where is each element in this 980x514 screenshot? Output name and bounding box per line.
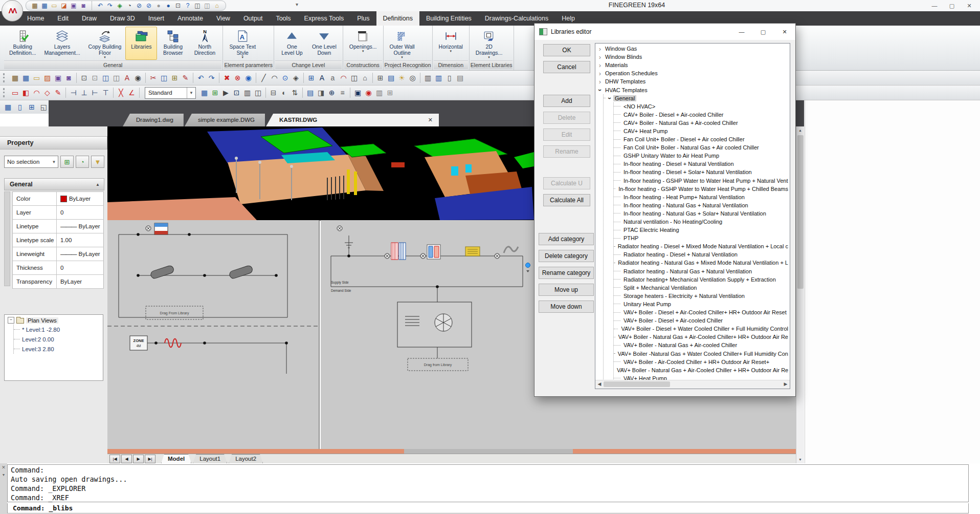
menu-tab-express-tools[interactable]: Express Tools bbox=[298, 11, 351, 26]
cut-icon[interactable]: ✂ bbox=[148, 73, 159, 83]
delete-red-icon[interactable]: ╳ bbox=[116, 88, 126, 98]
paste-icon[interactable]: ⊞ bbox=[169, 73, 180, 83]
layout-nav-0[interactable]: |◀ bbox=[109, 455, 120, 463]
tree-item-unitary-heat-pump[interactable]: Unitary Heat Pump bbox=[614, 300, 790, 308]
new-file-icon[interactable]: ▭ bbox=[31, 73, 42, 83]
qa-folder-icon[interactable]: ◫ bbox=[194, 3, 201, 9]
menu-tab-annotate[interactable]: Annotate bbox=[171, 11, 210, 26]
text-style-combo[interactable]: Standard▼ bbox=[145, 87, 196, 99]
qa-saveas-icon[interactable]: ◙ bbox=[80, 3, 87, 9]
tree-item-cav-boiler-natural-gas-air-cooled-chiller[interactable]: CAV+ Boiler - Natural Gas + Air-cooled C… bbox=[614, 119, 790, 127]
quick-access-overflow-icon[interactable]: ▾ bbox=[296, 2, 298, 7]
dim-right-icon[interactable]: ⊢ bbox=[90, 88, 100, 98]
calculate-all-button[interactable]: Calculate All bbox=[543, 194, 590, 206]
tree-item-vav-boiler-natural-gas-water-cooled-chiller-full-humidity-con[interactable]: VAV+ Boiler -Natural Gas + Water Cooled … bbox=[614, 349, 790, 357]
layers-green-icon[interactable]: ⊞ bbox=[210, 88, 220, 98]
menu-tab-definitions[interactable]: Definitions bbox=[376, 11, 419, 26]
ribbon-button-copy-building-floor[interactable]: Copy BuildingFloor▾ bbox=[84, 27, 126, 60]
filter-icon[interactable]: ▼ bbox=[91, 156, 104, 168]
tree-item-vav-boiler-natural-gas-air-cooled-chiller[interactable]: VAV+ Boiler - Natural Gas + Air-cooled C… bbox=[614, 341, 790, 349]
property-value[interactable]: ByLayer bbox=[57, 192, 104, 205]
scrollbar-thumb[interactable] bbox=[797, 135, 804, 289]
camera-icon[interactable]: ◫ bbox=[349, 73, 360, 83]
plan-views-root[interactable]: − Plan Views bbox=[8, 317, 103, 324]
shade-icon[interactable]: ◨ bbox=[316, 88, 326, 98]
tree-item-in-floor-heating-heat-pump-natural-ventilation[interactable]: In-floor heating - Heat Pump+ Natural Ve… bbox=[614, 193, 790, 201]
tree-item-radiator-heating-diesel-mixed-mode-natural-ventilation-local-c[interactable]: Radiator heating - Diesel + Mixed Mode N… bbox=[614, 242, 790, 250]
swap-icon[interactable]: ⇅ bbox=[289, 88, 300, 98]
minimize-icon[interactable]: — bbox=[926, 0, 943, 11]
ribbon-button-one-level-up[interactable]: OneLevel Up bbox=[276, 27, 308, 60]
angle-icon[interactable]: ∠ bbox=[126, 88, 137, 98]
chevron-down-icon[interactable]: ▾ bbox=[362, 50, 364, 53]
dim-left-icon[interactable]: ⊣ bbox=[68, 88, 79, 98]
table-icon[interactable]: ⊞ bbox=[375, 73, 386, 83]
chevron-down-icon[interactable]: ▾ bbox=[450, 50, 452, 53]
tree-item-pthp[interactable]: PTHP bbox=[614, 234, 790, 242]
tree-item-vav-boiler-diesel-air-cooled-chiller[interactable]: VAV+ Boiler - Diesel + Air-cooled Chille… bbox=[614, 316, 790, 325]
qa-open-icon[interactable]: ◪ bbox=[60, 3, 68, 9]
close-icon[interactable]: ✕ bbox=[0, 465, 7, 470]
sheet-icon[interactable]: ▤ bbox=[386, 73, 396, 83]
scroll-up-icon[interactable]: ▲ bbox=[796, 126, 804, 134]
block-tool-icon[interactable]: ◱ bbox=[39, 102, 49, 113]
tree-item-fan-coil-unit-boiler-diesel-air-cooled-chiller[interactable]: Fan Coil Unit+ Boiler - Diesel + Air coo… bbox=[614, 135, 790, 143]
tree-item-in-floor-heating-gshp-water-to-water-heat-pump-natural-vent[interactable]: In-floor heating - GSHP Water to Water H… bbox=[614, 177, 790, 185]
menu-tab-view[interactable]: View bbox=[210, 11, 237, 26]
arrow-icon[interactable]: ▶ bbox=[220, 88, 231, 98]
qa-zoom-clock-icon[interactable]: ◔ bbox=[126, 3, 133, 9]
qa-new-icon[interactable]: ▭ bbox=[51, 3, 58, 9]
color-swatch[interactable] bbox=[60, 196, 67, 202]
scroll-left-icon[interactable]: ◀ bbox=[595, 380, 604, 388]
ribbon-button-one-level-down[interactable]: One LevelDown bbox=[308, 27, 341, 60]
ribbon-button-openings[interactable]: Openings...▾ bbox=[345, 27, 381, 60]
ribbon-button-layers-management[interactable]: LayersManagement... bbox=[40, 27, 84, 60]
tree-item-window-gas[interactable]: ›Window Gas bbox=[596, 45, 790, 53]
command-input[interactable]: Command: _blibs bbox=[7, 503, 969, 513]
rect-icon[interactable]: ▭ bbox=[10, 88, 20, 98]
menu-tab-home[interactable]: Home bbox=[20, 11, 51, 26]
quick-select-icon[interactable]: ◔ bbox=[76, 156, 89, 168]
pan-icon[interactable]: ◈ bbox=[291, 73, 301, 83]
property-section-general[interactable]: General▲ bbox=[4, 178, 104, 190]
chevron-down-icon[interactable]: ▾ bbox=[401, 56, 403, 59]
qa-redo-icon[interactable]: ↷ bbox=[106, 3, 114, 9]
ribbon-button-building-browser[interactable]: BuildingBrowser bbox=[157, 27, 189, 60]
bld-new-icon[interactable]: ▦ bbox=[10, 73, 20, 83]
layout-tab-layout2[interactable]: Layout2 bbox=[229, 454, 263, 463]
tree-item-vav-boiler-diesel-air-cooled-chiller-hr-outdoor-air-reset[interactable]: VAV+ Boiler - Diesel + Air-Cooled Chille… bbox=[614, 308, 790, 316]
menu-tab-output[interactable]: Output bbox=[237, 11, 270, 26]
qa-copy-icon[interactable]: ◫ bbox=[204, 3, 211, 9]
pillar-icon[interactable]: ▯ bbox=[444, 73, 455, 83]
image-icon[interactable]: ▨ bbox=[42, 73, 53, 83]
tree-collapse-icon[interactable]: − bbox=[8, 317, 14, 324]
find-icon[interactable]: ◉ bbox=[132, 73, 143, 83]
tree-item-cav-boiler-diesel-air-cooled-chiller[interactable]: CAV+ Boiler - Diesel + Air-cooled Chille… bbox=[614, 111, 790, 119]
qa-orbit-icon[interactable]: ◈ bbox=[116, 3, 123, 9]
tree-item-radiator-heating-mechanical-ventilation-supply-extraction[interactable]: Radiator heating+ Mechanical Ventilation… bbox=[614, 275, 790, 284]
collapse-icon[interactable]: ▲ bbox=[96, 182, 100, 187]
drawing-tab-kastri-dwg[interactable]: KASTRI.DWG✕ bbox=[266, 114, 439, 126]
wall-icon[interactable]: ▤ bbox=[455, 73, 465, 83]
tree-item-split-mechanical-ventilation[interactable]: Split + Mechanical Ventilation bbox=[614, 284, 790, 292]
tree-item-gshp-unitary-water-to-air-heat-pump[interactable]: GSHP Unitary Water to Air Heat Pump bbox=[614, 152, 790, 160]
print-icon[interactable]: ⊡ bbox=[79, 73, 90, 83]
qa-bld-open-icon[interactable]: ▦ bbox=[41, 3, 48, 9]
cell-icon[interactable]: ⊡ bbox=[231, 88, 242, 98]
tree-item-no-hvac[interactable]: <NO HVAC> bbox=[614, 102, 790, 111]
qa-shade3-icon[interactable]: ● bbox=[155, 3, 162, 9]
redo-icon[interactable]: ↷ bbox=[206, 73, 217, 83]
grid2-icon[interactable]: ⊞ bbox=[385, 88, 395, 98]
preview-icon[interactable]: ◫ bbox=[111, 73, 122, 83]
rename-category-button[interactable]: Rename category bbox=[539, 267, 594, 279]
qa-help-icon[interactable]: ? bbox=[184, 3, 191, 9]
sheet2-icon[interactable]: ▤ bbox=[305, 88, 316, 98]
tree-item-storage-heaters-electricity-natural-ventilation[interactable]: Storage heaters - Electricity + Natural … bbox=[614, 292, 790, 300]
chevron-collapsed-icon[interactable]: › bbox=[596, 53, 604, 61]
qa-shade1-icon[interactable]: ⊘ bbox=[136, 3, 143, 9]
ok-button[interactable]: OK bbox=[543, 44, 590, 56]
tree-item-vav-boiler-air-cooled-chiller-hr-outdoor-air-reset[interactable]: VAV+ Boiler - Air-Cooled Chiller + HR+ O… bbox=[614, 358, 790, 366]
property-value[interactable]: ———ByLayer bbox=[57, 220, 104, 233]
cancel-button[interactable]: Cancel bbox=[543, 61, 590, 73]
match-properties-icon[interactable]: ✎ bbox=[180, 73, 191, 83]
